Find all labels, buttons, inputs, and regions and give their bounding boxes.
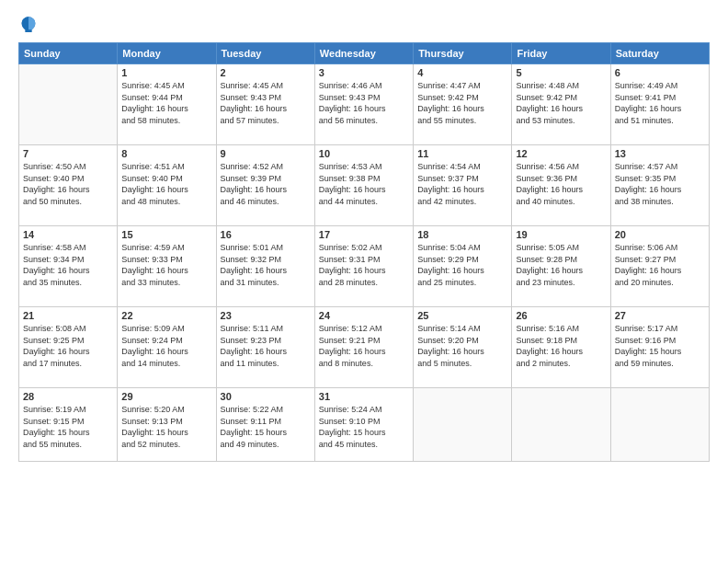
calendar-cell [414, 388, 512, 462]
day-info: Sunrise: 4:59 AMSunset: 9:33 PMDaylight:… [121, 242, 211, 288]
day-info: Sunrise: 5:16 AMSunset: 9:18 PMDaylight:… [516, 323, 606, 369]
calendar-cell: 4Sunrise: 4:47 AMSunset: 9:42 PMDaylight… [414, 64, 512, 145]
calendar-cell: 25Sunrise: 5:14 AMSunset: 9:20 PMDayligh… [414, 307, 512, 388]
weekday-header-wednesday: Wednesday [314, 43, 413, 64]
weekday-header-saturday: Saturday [610, 43, 709, 64]
day-number: 1 [121, 67, 211, 78]
day-number: 7 [23, 148, 113, 159]
weekday-header-thursday: Thursday [414, 43, 512, 64]
day-info: Sunrise: 5:06 AMSunset: 9:27 PMDaylight:… [615, 242, 705, 288]
weekday-header-friday: Friday [512, 43, 610, 64]
calendar-cell: 14Sunrise: 4:58 AMSunset: 9:34 PMDayligh… [19, 226, 118, 307]
weekday-header-tuesday: Tuesday [216, 43, 314, 64]
day-number: 19 [516, 229, 606, 240]
day-number: 12 [516, 148, 606, 159]
day-info: Sunrise: 5:08 AMSunset: 9:25 PMDaylight:… [23, 323, 113, 369]
day-number: 14 [23, 229, 113, 240]
day-number: 28 [23, 391, 113, 402]
calendar-cell [19, 64, 118, 145]
day-info: Sunrise: 4:57 AMSunset: 9:35 PMDaylight:… [615, 161, 705, 207]
calendar-cell [512, 388, 610, 462]
calendar-cell: 29Sunrise: 5:20 AMSunset: 9:13 PMDayligh… [118, 388, 216, 462]
calendar-cell: 3Sunrise: 4:46 AMSunset: 9:43 PMDaylight… [314, 64, 413, 145]
day-number: 23 [221, 310, 311, 321]
calendar-table: SundayMondayTuesdayWednesdayThursdayFrid… [18, 42, 710, 462]
calendar-cell: 12Sunrise: 4:56 AMSunset: 9:36 PMDayligh… [512, 145, 610, 226]
day-info: Sunrise: 4:50 AMSunset: 9:40 PMDaylight:… [23, 161, 113, 207]
day-info: Sunrise: 4:56 AMSunset: 9:36 PMDaylight:… [516, 161, 606, 207]
page: SundayMondayTuesdayWednesdayThursdayFrid… [0, 0, 728, 563]
day-number: 4 [417, 67, 507, 78]
calendar-cell: 7Sunrise: 4:50 AMSunset: 9:40 PMDaylight… [19, 145, 118, 226]
day-number: 18 [417, 229, 507, 240]
day-info: Sunrise: 5:24 AMSunset: 9:10 PMDaylight:… [319, 404, 409, 450]
calendar-cell: 22Sunrise: 5:09 AMSunset: 9:24 PMDayligh… [118, 307, 216, 388]
day-info: Sunrise: 5:02 AMSunset: 9:31 PMDaylight:… [319, 242, 409, 288]
calendar-cell: 11Sunrise: 4:54 AMSunset: 9:37 PMDayligh… [414, 145, 512, 226]
calendar-cell: 26Sunrise: 5:16 AMSunset: 9:18 PMDayligh… [512, 307, 610, 388]
day-number: 27 [615, 310, 705, 321]
day-number: 29 [121, 391, 211, 402]
day-number: 5 [516, 67, 606, 78]
day-number: 21 [23, 310, 113, 321]
day-info: Sunrise: 4:45 AMSunset: 9:43 PMDaylight:… [221, 80, 311, 126]
day-info: Sunrise: 5:05 AMSunset: 9:28 PMDaylight:… [516, 242, 606, 288]
day-info: Sunrise: 4:58 AMSunset: 9:34 PMDaylight:… [23, 242, 113, 288]
day-info: Sunrise: 4:48 AMSunset: 9:42 PMDaylight:… [516, 80, 606, 126]
calendar-cell: 17Sunrise: 5:02 AMSunset: 9:31 PMDayligh… [314, 226, 413, 307]
weekday-header-sunday: Sunday [19, 43, 118, 64]
calendar-cell: 28Sunrise: 5:19 AMSunset: 9:15 PMDayligh… [19, 388, 118, 462]
day-number: 11 [417, 148, 507, 159]
weekday-header-row: SundayMondayTuesdayWednesdayThursdayFrid… [19, 43, 710, 64]
logo [18, 15, 42, 35]
calendar-cell: 13Sunrise: 4:57 AMSunset: 9:35 PMDayligh… [610, 145, 709, 226]
calendar-cell: 5Sunrise: 4:48 AMSunset: 9:42 PMDaylight… [512, 64, 610, 145]
day-info: Sunrise: 4:49 AMSunset: 9:41 PMDaylight:… [615, 80, 705, 126]
calendar-cell: 19Sunrise: 5:05 AMSunset: 9:28 PMDayligh… [512, 226, 610, 307]
calendar-cell: 27Sunrise: 5:17 AMSunset: 9:16 PMDayligh… [610, 307, 709, 388]
calendar-cell: 20Sunrise: 5:06 AMSunset: 9:27 PMDayligh… [610, 226, 709, 307]
calendar-cell: 9Sunrise: 4:52 AMSunset: 9:39 PMDaylight… [216, 145, 314, 226]
day-number: 26 [516, 310, 606, 321]
day-number: 25 [417, 310, 507, 321]
day-info: Sunrise: 4:54 AMSunset: 9:37 PMDaylight:… [417, 161, 507, 207]
weekday-header-monday: Monday [118, 43, 216, 64]
day-number: 13 [615, 148, 705, 159]
day-info: Sunrise: 5:19 AMSunset: 9:15 PMDaylight:… [23, 404, 113, 450]
calendar-cell: 21Sunrise: 5:08 AMSunset: 9:25 PMDayligh… [19, 307, 118, 388]
day-number: 22 [121, 310, 211, 321]
day-number: 3 [319, 67, 409, 78]
day-info: Sunrise: 5:22 AMSunset: 9:11 PMDaylight:… [221, 404, 311, 450]
day-number: 24 [319, 310, 409, 321]
calendar-cell: 2Sunrise: 4:45 AMSunset: 9:43 PMDaylight… [216, 64, 314, 145]
day-info: Sunrise: 4:46 AMSunset: 9:43 PMDaylight:… [319, 80, 409, 126]
day-info: Sunrise: 5:04 AMSunset: 9:29 PMDaylight:… [417, 242, 507, 288]
day-number: 9 [221, 148, 311, 159]
calendar-cell: 15Sunrise: 4:59 AMSunset: 9:33 PMDayligh… [118, 226, 216, 307]
calendar-cell: 1Sunrise: 4:45 AMSunset: 9:44 PMDaylight… [118, 64, 216, 145]
day-number: 6 [615, 67, 705, 78]
day-info: Sunrise: 5:09 AMSunset: 9:24 PMDaylight:… [121, 323, 211, 369]
day-info: Sunrise: 4:45 AMSunset: 9:44 PMDaylight:… [121, 80, 211, 126]
day-number: 16 [221, 229, 311, 240]
day-info: Sunrise: 5:20 AMSunset: 9:13 PMDaylight:… [121, 404, 211, 450]
calendar-cell: 23Sunrise: 5:11 AMSunset: 9:23 PMDayligh… [216, 307, 314, 388]
day-number: 20 [615, 229, 705, 240]
day-info: Sunrise: 4:47 AMSunset: 9:42 PMDaylight:… [417, 80, 507, 126]
calendar-week-1: 1Sunrise: 4:45 AMSunset: 9:44 PMDaylight… [19, 64, 710, 145]
calendar-week-2: 7Sunrise: 4:50 AMSunset: 9:40 PMDaylight… [19, 145, 710, 226]
day-info: Sunrise: 5:11 AMSunset: 9:23 PMDaylight:… [221, 323, 311, 369]
day-number: 2 [221, 67, 311, 78]
calendar-week-5: 28Sunrise: 5:19 AMSunset: 9:15 PMDayligh… [19, 388, 710, 462]
day-info: Sunrise: 5:12 AMSunset: 9:21 PMDaylight:… [319, 323, 409, 369]
calendar-week-4: 21Sunrise: 5:08 AMSunset: 9:25 PMDayligh… [19, 307, 710, 388]
day-info: Sunrise: 4:52 AMSunset: 9:39 PMDaylight:… [221, 161, 311, 207]
day-number: 8 [121, 148, 211, 159]
logo-icon [18, 15, 39, 35]
calendar-cell: 16Sunrise: 5:01 AMSunset: 9:32 PMDayligh… [216, 226, 314, 307]
calendar-week-3: 14Sunrise: 4:58 AMSunset: 9:34 PMDayligh… [19, 226, 710, 307]
day-number: 31 [319, 391, 409, 402]
day-number: 30 [221, 391, 311, 402]
calendar-cell: 8Sunrise: 4:51 AMSunset: 9:40 PMDaylight… [118, 145, 216, 226]
calendar-cell: 10Sunrise: 4:53 AMSunset: 9:38 PMDayligh… [314, 145, 413, 226]
